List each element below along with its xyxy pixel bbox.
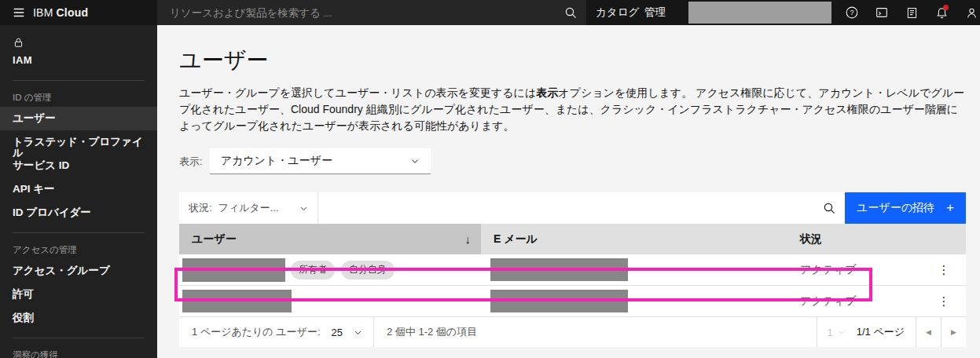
user-avatar-icon (965, 6, 978, 20)
page-description: ユーザー・グループを選択してユーザー・リストの表示を変更するには表示オプションを… (179, 85, 966, 134)
actions-cell: ⋮ (922, 260, 966, 280)
profile-button[interactable] (959, 0, 980, 25)
docs-icon (905, 6, 919, 20)
page-number-value: 1 (827, 327, 832, 338)
sidebar-item-roles[interactable]: 役割 (0, 306, 157, 330)
manage-label: 管理 (644, 5, 666, 20)
notification-dot (943, 5, 949, 10)
column-header-email[interactable]: E メール (481, 224, 787, 254)
search-icon (823, 202, 835, 214)
chevron-down-icon (354, 328, 362, 337)
user-cell: 所有者 自分自身 (179, 258, 481, 282)
brand-logo[interactable]: IBM Cloud (33, 0, 88, 25)
self-tag: 自分自身 (341, 261, 395, 279)
status-cell: アクティブ (787, 294, 922, 309)
docs-button[interactable] (899, 0, 924, 25)
chevron-down-icon (838, 328, 846, 336)
terminal-window-icon (875, 5, 889, 20)
per-page-value: 25 (332, 327, 343, 338)
section-label-insights: 洞察の獲得 (0, 338, 157, 358)
sidebar-item-access-groups[interactable]: アクセス・グループ (0, 259, 157, 283)
per-page-label: 1 ページあたりの ユーザー: (192, 325, 321, 339)
sidebar-item-users[interactable]: ユーザー (0, 107, 157, 130)
users-table: ユーザー ↓ E メール 状況 所有者 自分自身 (179, 224, 966, 347)
section-label-id-management: ID の管理 (0, 81, 157, 107)
chevron-down-icon (670, 9, 679, 17)
pagination-right: 1 1/1 ページ ◀ ▶ (817, 317, 966, 347)
catalog-link[interactable]: カタログ (596, 0, 639, 25)
invite-users-button[interactable]: ユーザーの招待 + (845, 192, 966, 224)
sidebar-header: IAM (0, 25, 157, 72)
help-button[interactable]: ? (839, 0, 864, 25)
filter-value: フィルター... (218, 201, 279, 215)
column-header-user[interactable]: ユーザー ↓ (179, 224, 481, 254)
overflow-menu-icon: ⋮ (938, 294, 950, 308)
table-search-button[interactable] (813, 192, 845, 224)
view-options-row: 表示: アカウント・ユーザー (179, 148, 966, 174)
chevron-down-icon (299, 204, 308, 213)
email-cell (481, 258, 787, 281)
owner-tag: 所有者 (291, 261, 335, 279)
pagination-bar: 1 ページあたりの ユーザー: 25 2 個中 1-2 個の項目 1 (179, 317, 966, 347)
filter-label: 状況: (189, 201, 212, 215)
lock-icon (13, 36, 145, 49)
page-number-select[interactable]: 1 (817, 317, 854, 347)
invite-users-label: ユーザーの招待 (857, 201, 934, 215)
catalog-label: カタログ (596, 5, 639, 20)
per-page-select[interactable]: 1 ページあたりの ユーザー: 25 (179, 325, 373, 339)
overflow-menu-icon: ⋮ (938, 263, 950, 276)
pagination-left: 1 ページあたりの ユーザー: 25 2 個中 1-2 個の項目 (179, 317, 490, 347)
row-overflow-menu-button[interactable]: ⋮ (932, 291, 956, 312)
next-page-button[interactable]: ▶ (941, 317, 966, 347)
user-cell (179, 290, 481, 312)
notifications-button[interactable] (929, 0, 954, 25)
previous-page-button[interactable]: ◀ (916, 317, 941, 347)
redacted-account-selector (688, 2, 831, 24)
global-header: IBM Cloud カタログ 管理 ? (0, 0, 980, 25)
manage-menu[interactable]: 管理 (644, 0, 679, 25)
cli-window-button[interactable] (869, 0, 894, 25)
sidebar-title: IAM (13, 54, 145, 66)
hamburger-icon (12, 5, 26, 20)
view-selected-value: アカウント・ユーザー (221, 154, 332, 168)
global-search-bar (157, 0, 586, 25)
column-header-status[interactable]: 状況 (787, 224, 922, 254)
section-label-access-management: アクセスの管理 (0, 233, 157, 259)
status-cell: アクティブ (787, 263, 922, 277)
iam-sidebar: IAM ID の管理 ユーザー トラステッド・プロファイル サービス ID AP… (0, 25, 157, 358)
chevron-down-icon (410, 156, 420, 166)
sidebar-item-service-ids[interactable]: サービス ID (0, 154, 157, 177)
help-icon: ? (845, 5, 859, 20)
column-header-email-label: E メール (494, 232, 538, 247)
table-row[interactable]: アクティブ ⋮ (179, 286, 966, 317)
ibm-cloud-console: IBM Cloud カタログ 管理 ? (0, 0, 980, 358)
sidebar-item-authorizations[interactable]: 許可 (0, 283, 157, 306)
column-header-user-label: ユーザー (192, 232, 237, 247)
page-total-text: 1/1 ページ (855, 325, 916, 339)
menu-button[interactable] (0, 0, 38, 25)
status-filter-dropdown[interactable]: 状況: フィルター... (179, 192, 318, 224)
actions-cell: ⋮ (922, 291, 966, 312)
redacted-user-name (182, 290, 292, 312)
sidebar-item-api-keys[interactable]: API キー (0, 177, 157, 201)
sidebar-item-id-providers[interactable]: ID プロバイダー (0, 201, 157, 225)
table-row[interactable]: 所有者 自分自身 アクティブ ⋮ (179, 254, 966, 286)
description-bold: 表示 (536, 86, 558, 99)
table-toolbar: 状況: フィルター... ユーザーの招待 + (179, 192, 966, 224)
view-select-dropdown[interactable]: アカウント・ユーザー (210, 148, 431, 174)
description-text-1: ユーザー・グループを選択してユーザー・リストの表示を変更するには (179, 86, 536, 99)
brand-ibm: IBM (33, 6, 53, 19)
sidebar-item-trusted-profiles[interactable]: トラステッド・プロファイル (0, 130, 157, 154)
global-search-input[interactable] (157, 7, 555, 19)
global-search-button[interactable] (555, 0, 586, 25)
brand-cloud: Cloud (57, 6, 89, 19)
email-cell (481, 290, 787, 312)
sort-descending-icon: ↓ (465, 232, 472, 246)
row-overflow-menu-button[interactable]: ⋮ (932, 260, 956, 280)
column-header-actions (922, 224, 966, 254)
main-content: ユーザー ユーザー・グループを選択してユーザー・リストの表示を変更するには表示オ… (157, 25, 980, 358)
caret-right-icon: ▶ (951, 328, 956, 336)
page-title: ユーザー (179, 47, 966, 74)
redacted-email (490, 258, 628, 281)
view-label: 表示: (179, 155, 203, 169)
